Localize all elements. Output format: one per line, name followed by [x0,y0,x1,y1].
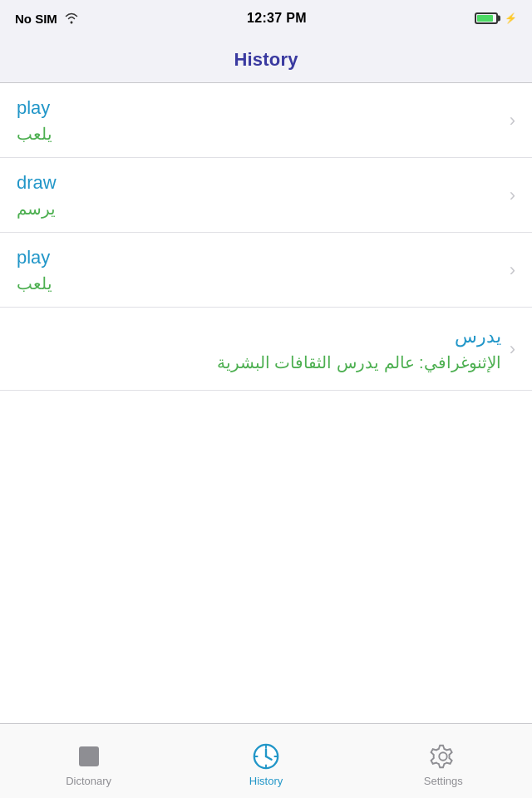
dictionary-icon [75,742,103,771]
list-item[interactable]: play يلعب › [0,233,532,308]
page-title: History [234,49,298,71]
tab-history[interactable]: History [177,736,354,787]
item-translation: يلعب [17,273,501,293]
item-translation: الإثنوغرافي: عالم يدرس الثقافات البشرية [17,352,501,372]
chevron-right-icon: › [510,110,515,131]
item-word: play [17,247,501,268]
history-list: play يلعب › draw يرسم › play يلعب › يدرس… [0,83,532,723]
status-right: ⚡ [475,12,517,24]
tab-bar: Dictonary History Setting [0,723,532,798]
item-word: يدرس [17,326,501,347]
list-item[interactable]: play يلعب › [0,83,532,158]
item-word: play [17,97,501,119]
tab-dictionary-label: Dictonary [66,775,111,787]
carrier-text: No SIM [15,12,57,26]
chevron-right-icon: › [510,259,515,281]
settings-gear-icon [429,742,457,771]
list-item-content: play يلعب [17,247,501,293]
tab-settings-label: Settings [424,775,463,787]
item-word: draw [17,172,501,194]
battery-icon [475,12,498,24]
tab-history-label: History [249,775,283,787]
chevron-right-icon: › [510,338,515,360]
list-item[interactable]: draw يرسم › [0,158,532,233]
charging-bolt: ⚡ [505,12,517,24]
status-bar: No SIM 12:37 PM ⚡ [0,0,532,37]
svg-point-9 [440,752,447,760]
item-translation: يلعب [17,124,501,144]
item-translation: يرسم [17,199,501,219]
status-left: No SIM [15,12,79,26]
list-item-content: يدرس الإثنوغرافي: عالم يدرس الثقافات الب… [17,326,501,372]
status-time: 12:37 PM [247,11,307,26]
list-item-content: draw يرسم [17,172,501,219]
nav-bar: History [0,37,532,83]
wifi-icon [64,12,79,24]
history-clock-icon [252,742,280,771]
list-item-content: play يلعب [17,97,501,144]
tab-settings[interactable]: Settings [355,736,532,787]
chevron-right-icon: › [510,185,515,206]
tab-dictionary[interactable]: Dictonary [0,736,177,787]
list-item[interactable]: يدرس الإثنوغرافي: عالم يدرس الثقافات الب… [0,308,532,391]
svg-rect-0 [79,746,99,766]
